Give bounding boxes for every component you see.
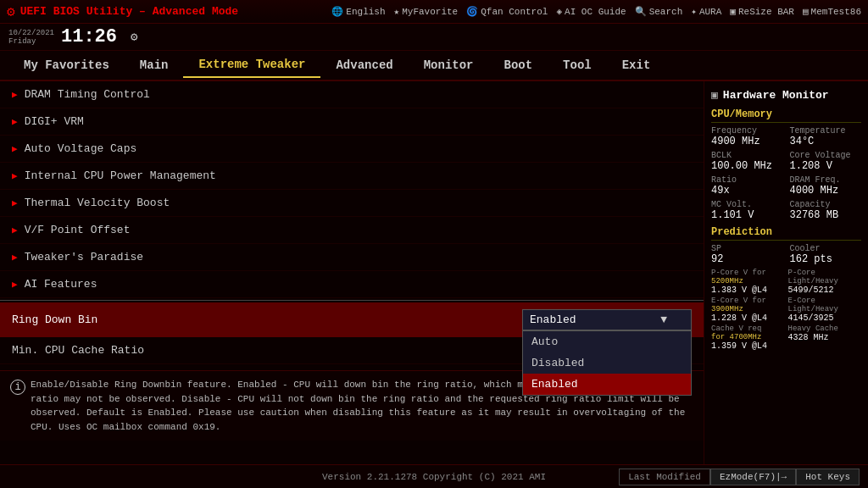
stat-mc-volt: MC Volt. 1.101 V: [711, 200, 783, 221]
nav-boot[interactable]: Boot: [489, 53, 548, 77]
stat-sp: SP 92: [711, 244, 783, 265]
option-enabled[interactable]: Enabled: [523, 374, 691, 395]
sidebar-item-cpu-power[interactable]: ▶ Internal CPU Power Management: [0, 163, 704, 190]
arrow-icon: ▶: [12, 279, 18, 290]
aioc-btn[interactable]: ◈ AI OC Guide: [556, 6, 626, 17]
logo-area: ⚙ UEFI BIOS Utility – Advanced Mode: [7, 3, 238, 20]
ring-down-dropdown-container: Enabled ▼ Auto Disabled Enabled: [522, 309, 692, 330]
myfavorite-btn[interactable]: ★ MyFavorite: [394, 6, 459, 17]
topbar: ⚙ UEFI BIOS Utility – Advanced Mode 🌐 En…: [0, 0, 868, 24]
date-display: 10/22/2021 Friday: [8, 29, 54, 46]
prediction-label: Prediction: [711, 226, 861, 241]
e-core-v-label: E-Core V for 3900MHz 1.228 V @L4: [711, 297, 785, 323]
arrow-icon: ▶: [12, 143, 18, 154]
stat-frequency: Frequency 4900 MHz: [711, 126, 783, 147]
bottom-buttons: Last Modified EzMode(F7)|→ Hot Keys: [619, 469, 860, 485]
p-core-v-label: P-Core V for 5200MHz 1.383 V @L4: [711, 269, 785, 295]
sidebar-label: AI Features: [25, 278, 97, 291]
stat-ratio: Ratio 49x: [711, 175, 783, 197]
language-label: English: [346, 7, 385, 17]
bios-title: UEFI BIOS Utility – Advanced Mode: [20, 5, 238, 18]
stat-bclk: BCLK 100.00 MHz: [711, 151, 783, 172]
sidebar-item-dram[interactable]: ▶ DRAM Timing Control: [0, 81, 704, 108]
language-selector[interactable]: 🌐 English: [331, 6, 385, 17]
e-core-v-value: E-Core Light/Heavy 4145/3925: [788, 297, 862, 323]
sidebar-label: Internal CPU Power Management: [25, 169, 216, 182]
p-core-section: P-Core V for 5200MHz 1.383 V @L4 P-Core …: [711, 269, 861, 351]
option-disabled[interactable]: Disabled: [523, 352, 691, 374]
sidebar-label: Tweaker's Paradise: [25, 251, 143, 263]
aura-btn[interactable]: ✦ AURA: [691, 6, 721, 17]
rog-icon: ⚙: [7, 3, 15, 20]
ring-down-dropdown[interactable]: Enabled ▼: [522, 309, 692, 330]
arrow-icon: ▶: [12, 170, 18, 181]
p-core-v-value: P-Core Light/Heavy 5499/5212: [788, 269, 862, 295]
stat-dram-freq: DRAM Freq. 4000 MHz: [790, 175, 862, 197]
ring-down-dropdown-menu: Auto Disabled Enabled: [522, 330, 692, 396]
nav-menu: My Favorites Main Extreme Tweaker Advanc…: [0, 51, 868, 81]
arrow-icon: ▶: [12, 197, 18, 208]
stat-cooler: Cooler 162 pts: [790, 244, 862, 265]
stat-capacity: Capacity 32768 MB: [790, 200, 862, 221]
arrow-icon: ▶: [12, 89, 18, 100]
sidebar-item-vf[interactable]: ▶ V/F Point Offset: [0, 217, 704, 244]
stat-core-voltage: Core Voltage 1.208 V: [790, 151, 862, 172]
cache-v-label: Cache V req for 4700MHz 1.359 V @L4: [711, 324, 785, 351]
sidebar-label: V/F Point Offset: [25, 224, 131, 236]
qfan-btn[interactable]: 🌀 Qfan Control: [466, 6, 548, 17]
right-panel: ▣ Hardware Monitor CPU/Memory Frequency …: [704, 81, 868, 464]
sidebar-label: Auto Voltage Caps: [25, 142, 137, 155]
nav-extreme-tweaker[interactable]: Extreme Tweaker: [183, 53, 320, 78]
main-layout: ▶ DRAM Timing Control ▶ DIGI+ VRM ▶ Auto…: [0, 81, 868, 464]
sidebar-label: Thermal Velocity Boost: [25, 197, 170, 209]
ring-down-label: Ring Down Bin: [12, 313, 97, 326]
last-modified-btn[interactable]: Last Modified: [619, 469, 710, 485]
sidebar: ▶ DRAM Timing Control ▶ DIGI+ VRM ▶ Auto…: [0, 81, 704, 464]
sidebar-item-thermal[interactable]: ▶ Thermal Velocity Boost: [0, 190, 704, 217]
cpu-memory-label: CPU/Memory: [711, 108, 861, 123]
stat-temperature: Temperature 34°C: [790, 126, 862, 147]
sidebar-item-voltage-caps[interactable]: ▶ Auto Voltage Caps: [0, 136, 704, 163]
datetime-bar: 10/22/2021 Friday 11:26 ⚙: [0, 24, 868, 51]
cache-v-value: Heavy Cache 4328 MHz: [788, 324, 862, 351]
nav-tool[interactable]: Tool: [548, 53, 607, 77]
dropdown-arrow-icon: ▼: [660, 313, 667, 326]
top-icons-bar: 🌐 English ★ MyFavorite 🌀 Qfan Control ◈ …: [331, 6, 861, 17]
ring-down-bin-row[interactable]: Ring Down Bin Enabled ▼ Auto Disabled En…: [0, 302, 704, 337]
sidebar-label: DRAM Timing Control: [25, 88, 150, 101]
resize-btn[interactable]: ▣ ReSize BAR: [730, 6, 794, 17]
nav-monitor[interactable]: Monitor: [409, 53, 489, 77]
nav-exit[interactable]: Exit: [607, 53, 666, 77]
ring-down-value: Enabled: [530, 313, 576, 326]
nav-main[interactable]: Main: [125, 53, 184, 77]
sidebar-item-tweakers-paradise[interactable]: ▶ Tweaker's Paradise: [0, 244, 704, 271]
hardware-monitor-title: ▣ Hardware Monitor: [711, 88, 861, 102]
sub-item-label: Min. CPU Cache Ratio: [12, 344, 144, 357]
settings-icon[interactable]: ⚙: [131, 30, 137, 44]
option-auto[interactable]: Auto: [523, 331, 691, 352]
arrow-icon: ▶: [12, 252, 18, 263]
nav-my-favorites[interactable]: My Favorites: [8, 53, 125, 77]
ez-mode-btn[interactable]: EzMode(F7)|→: [710, 469, 796, 485]
version-text: Version 2.21.1278 Copyright (C) 2021 AMI: [322, 472, 546, 482]
nav-advanced[interactable]: Advanced: [320, 53, 408, 77]
search-label: Search: [649, 7, 683, 17]
sidebar-item-ai-features[interactable]: ▶ AI Features: [0, 271, 704, 298]
info-icon: i: [10, 380, 25, 395]
sidebar-item-digi[interactable]: ▶ DIGI+ VRM: [0, 108, 704, 136]
memtest-btn[interactable]: ▤ MemTest86: [803, 6, 861, 17]
bottom-bar: Version 2.21.1278 Copyright (C) 2021 AMI…: [0, 464, 868, 488]
arrow-icon: ▶: [12, 225, 18, 236]
search-btn[interactable]: 🔍 Search: [635, 6, 683, 17]
arrow-icon: ▶: [12, 116, 18, 127]
sidebar-label: DIGI+ VRM: [25, 115, 84, 128]
prediction-stats: SP 92 Cooler 162 pts: [711, 244, 861, 265]
cpu-memory-stats: Frequency 4900 MHz Temperature 34°C BCLK…: [711, 126, 861, 221]
hot-keys-btn[interactable]: Hot Keys: [796, 469, 860, 485]
time-display: 11:26: [61, 26, 117, 47]
monitor-icon: ▣: [711, 88, 718, 102]
